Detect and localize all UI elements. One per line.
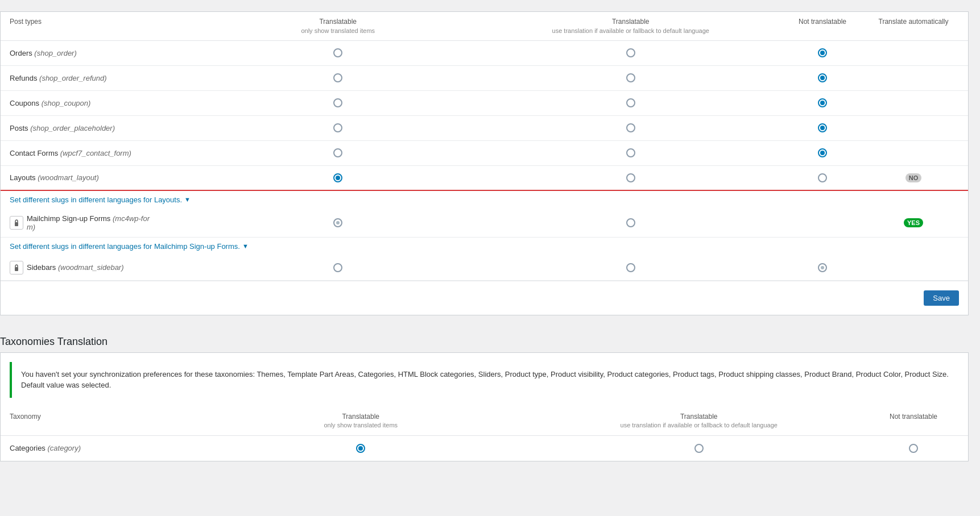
posts-radio-translatable-fallback[interactable] <box>626 123 635 132</box>
table-row-mailchimp: Mailchimp Sign-up Forms (mc4wp-form) YES <box>1 209 968 238</box>
table-row: Refunds (shop_order_refund) <box>1 66 968 91</box>
refunds-radio-translatable-show[interactable] <box>333 73 342 82</box>
taxonomies-notice: You haven't set your synchronization pre… <box>10 362 959 398</box>
table-row-sidebars: Sidebars (woodmart_sidebar) <box>1 255 968 281</box>
coupons-translatable-show <box>192 98 485 107</box>
sidebars-not-translatable <box>777 263 868 272</box>
post-types-section: Post types Translatable only show transl… <box>0 11 969 315</box>
layouts-slug-link-row: Set different slugs in different languag… <box>1 191 968 209</box>
orders-not-translatable <box>777 48 868 57</box>
taxonomies-card: You haven't set your synchronization pre… <box>0 352 969 461</box>
table-row-layouts: Layouts (woodmart_layout) NO <box>1 166 968 191</box>
tax-header-taxonomy: Taxonomy <box>10 413 192 430</box>
layouts-radio-not-translatable[interactable] <box>818 173 827 182</box>
orders-radio-translatable-show[interactable] <box>333 48 342 57</box>
posts-translatable-fallback <box>485 123 778 132</box>
sidebars-radio-translatable-show[interactable] <box>333 263 342 272</box>
categories-not-translatable <box>868 444 959 453</box>
svg-rect-0 <box>15 222 18 226</box>
header-post-types: Post types <box>10 18 192 35</box>
svg-rect-1 <box>15 267 18 271</box>
layouts-radio-translatable-show[interactable] <box>333 173 342 182</box>
post-type-name-layouts: Layouts (woodmart_layout) <box>10 173 192 182</box>
layouts-slug-chevron: ▼ <box>184 196 191 203</box>
sidebars-lock-icon <box>10 261 23 274</box>
main-container: Post types Translatable only show transl… <box>0 0 980 484</box>
orders-radio-not-translatable[interactable] <box>818 48 827 57</box>
mailchimp-translatable-show <box>192 218 485 227</box>
header-not-translatable: Not translatable <box>777 18 868 35</box>
refunds-translatable-show <box>192 73 485 82</box>
sidebars-translatable-fallback <box>485 263 778 272</box>
posts-not-translatable <box>777 123 868 132</box>
contact-forms-radio-not-translatable[interactable] <box>818 148 827 157</box>
post-type-name-posts: Posts (shop_order_placeholder) <box>10 124 192 132</box>
coupons-not-translatable <box>777 98 868 107</box>
post-type-name-refunds: Refunds (shop_order_refund) <box>10 74 192 82</box>
save-button[interactable]: Save <box>924 290 959 306</box>
layouts-toggle-no[interactable]: NO <box>905 173 922 182</box>
header-translate-automatically: Translate automatically <box>868 18 959 35</box>
contact-forms-translatable-fallback <box>485 148 778 157</box>
post-type-name-mailchimp: Mailchimp Sign-up Forms (mc4wp-form) <box>10 214 192 231</box>
categories-radio-translatable-show[interactable] <box>356 444 365 453</box>
categories-translatable-fallback <box>530 444 869 453</box>
post-types-table-header: Post types Translatable only show transl… <box>1 12 968 41</box>
post-type-name-contact-forms: Contact Forms (wpcf7_contact_form) <box>10 149 192 157</box>
mailchimp-lock-icon <box>10 216 23 230</box>
taxonomies-section: Taxonomies Translation You haven't set y… <box>0 327 969 461</box>
layouts-slug-link[interactable]: Set different slugs in different languag… <box>10 195 182 204</box>
coupons-radio-translatable-fallback[interactable] <box>626 98 635 107</box>
mailchimp-radio-translatable-show[interactable] <box>333 218 342 227</box>
post-type-name-sidebars: Sidebars (woodmart_sidebar) <box>10 261 192 274</box>
mailchimp-slug-link-row: Set different slugs in different languag… <box>1 238 968 255</box>
post-type-name-coupons: Coupons (shop_coupon) <box>10 99 192 107</box>
orders-translatable-fallback <box>485 48 778 57</box>
tax-name-categories: Categories (category) <box>10 444 192 452</box>
table-row: Coupons (shop_coupon) <box>1 91 968 116</box>
categories-translatable-show <box>192 444 530 453</box>
mailchimp-slug-chevron: ▼ <box>242 243 249 249</box>
layouts-radio-translatable-fallback[interactable] <box>626 173 635 182</box>
taxonomies-title: Taxonomies Translation <box>0 327 969 352</box>
refunds-translatable-fallback <box>485 73 778 82</box>
layouts-auto: NO <box>868 173 959 182</box>
mailchimp-slug-link[interactable]: Set different slugs in different languag… <box>10 242 240 251</box>
mailchimp-toggle-yes[interactable]: YES <box>904 218 923 227</box>
table-row: Orders (shop_order) <box>1 41 968 66</box>
taxonomies-table-header: Taxonomy Translatable only show translat… <box>1 407 968 436</box>
coupons-radio-not-translatable[interactable] <box>818 98 827 107</box>
coupons-radio-translatable-show[interactable] <box>333 98 342 107</box>
save-area: Save <box>1 281 968 315</box>
refunds-radio-not-translatable[interactable] <box>818 73 827 82</box>
posts-radio-translatable-show[interactable] <box>333 123 342 132</box>
refunds-not-translatable <box>777 73 868 82</box>
tax-header-translatable-fallback: Translatable use translation if availabl… <box>530 413 869 430</box>
refunds-radio-translatable-fallback[interactable] <box>626 73 635 82</box>
orders-translatable-show <box>192 48 485 57</box>
tax-header-not-translatable: Not translatable <box>868 413 959 430</box>
orders-radio-translatable-fallback[interactable] <box>626 48 635 57</box>
tax-header-translatable-show: Translatable only show translated items <box>192 413 530 430</box>
table-row: Contact Forms (wpcf7_contact_form) <box>1 141 968 166</box>
table-row: Posts (shop_order_placeholder) <box>1 116 968 141</box>
posts-translatable-show <box>192 123 485 132</box>
header-translatable-show: Translatable only show translated items <box>192 18 485 35</box>
coupons-translatable-fallback <box>485 98 778 107</box>
contact-forms-not-translatable <box>777 148 868 157</box>
sidebars-radio-not-translatable[interactable] <box>818 263 827 272</box>
posts-radio-not-translatable[interactable] <box>818 123 827 132</box>
layouts-not-translatable <box>777 173 868 182</box>
contact-forms-translatable-show <box>192 148 485 157</box>
categories-radio-not-translatable[interactable] <box>909 444 918 453</box>
table-row-categories: Categories (category) <box>1 436 968 461</box>
mailchimp-radio-translatable-fallback[interactable] <box>626 218 635 227</box>
sidebars-translatable-show <box>192 263 485 272</box>
contact-forms-radio-translatable-fallback[interactable] <box>626 148 635 157</box>
contact-forms-radio-translatable-show[interactable] <box>333 148 342 157</box>
header-translatable-fallback: Translatable use translation if availabl… <box>485 18 778 35</box>
mailchimp-auto: YES <box>868 218 959 227</box>
post-type-name-orders: Orders (shop_order) <box>10 49 192 57</box>
categories-radio-translatable-fallback[interactable] <box>694 444 704 453</box>
sidebars-radio-translatable-fallback[interactable] <box>626 263 635 272</box>
